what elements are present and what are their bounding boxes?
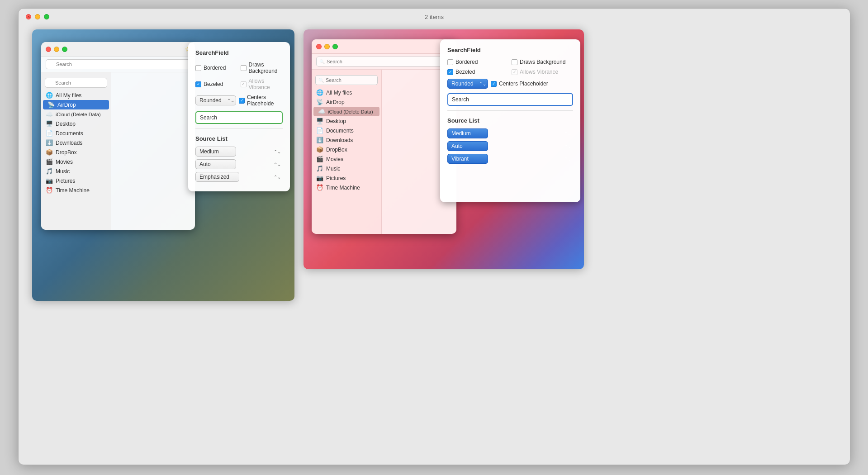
right-centers-label: Centers Placeholder <box>499 81 548 87</box>
sidebar-label-desktop: Desktop <box>56 121 76 127</box>
sidebar-item-all-files[interactable]: 🌐 All My files <box>41 90 111 100</box>
right-allows-vib-checkbox[interactable]: ✓ <box>512 69 517 75</box>
right-auto-dropdown[interactable]: Auto <box>447 141 488 151</box>
left-medium-dropdown[interactable]: Medium <box>195 147 236 157</box>
sidebar-item-icloud[interactable]: ☁️ iCloud (Delete Data) <box>41 109 111 119</box>
right-movies-icon: 🎬 <box>316 156 323 162</box>
right-sidebar-label-dropbox: DropBox <box>326 147 347 153</box>
close-button[interactable]: ✕ <box>26 14 31 19</box>
right-sidebar-item-dropbox[interactable]: 📦 DropBox <box>312 145 381 154</box>
right-desktop-icon: 🖥️ <box>316 118 323 124</box>
right-bezeled-checkbox[interactable]: ✓ <box>447 69 453 75</box>
top-search-input[interactable] <box>46 59 190 69</box>
right-sidebar-label-movies: Movies <box>326 156 343 162</box>
left-emphasized-dropdown[interactable]: Emphasized <box>195 172 239 182</box>
maximize-button[interactable] <box>44 14 49 19</box>
left-medium-arrow: ⌃⌄ <box>274 149 281 154</box>
sidebar-item-time-machine[interactable]: ⏰ Time Machine <box>41 185 111 195</box>
right-source-list-title: Source List <box>447 117 573 124</box>
right-min[interactable] <box>324 44 330 49</box>
right-sidebar-label-music: Music <box>326 166 340 172</box>
right-centers-item: ✓ Centers Placeholder <box>491 81 548 87</box>
left-panel: ☆ 🔍 🔍 <box>32 29 294 301</box>
left-rounded-dropdown[interactable]: Rounded <box>195 95 236 105</box>
right-draws-bg-item: Draws Background <box>512 59 573 65</box>
dropbox-icon: 📦 <box>46 149 53 156</box>
right-cb-row2: ✓ Bezeled ✓ Allows Vibrance <box>447 69 573 75</box>
sidebar-item-downloads[interactable]: ⬇️ Downloads <box>41 138 111 147</box>
all-files-icon: 🌐 <box>46 92 53 99</box>
sidebar-label-icloud: iCloud (Delete Data) <box>56 112 101 117</box>
right-documents-icon: 📄 <box>316 127 323 134</box>
left-bezeled-checkbox[interactable]: ✓ <box>195 81 201 87</box>
left-bordered-checkbox[interactable] <box>195 65 201 71</box>
sidebar-label-movies: Movies <box>56 159 73 165</box>
left-draws-bg-item: Draws Background <box>241 62 283 74</box>
right-sidebar-label-airdrop: AirDrop <box>326 99 345 105</box>
left-finder-window: ☆ 🔍 🔍 <box>41 42 195 230</box>
right-sidebar-item-downloads[interactable]: ⬇️ Downloads <box>312 135 381 145</box>
left-centers-checkbox[interactable]: ✓ <box>239 98 245 104</box>
right-draws-bg-checkbox[interactable] <box>512 59 517 65</box>
right-pictures-icon: 📷 <box>316 175 323 181</box>
left-emphasized-dropdown-container: Emphasized ⌃⌄ <box>195 172 283 182</box>
right-close[interactable] <box>316 44 322 49</box>
music-icon: 🎵 <box>46 168 53 175</box>
right-music-icon: 🎵 <box>316 165 323 172</box>
sidebar-item-pictures[interactable]: 📷 Pictures <box>41 176 111 185</box>
right-vibrant-dropdown[interactable]: Vibrant <box>447 154 488 164</box>
left-draws-bg-checkbox[interactable] <box>241 65 247 71</box>
right-sidebar-item-icloud[interactable]: ☁️ iCloud (Delete Data) <box>313 107 379 116</box>
left-min[interactable] <box>54 47 59 52</box>
right-sidebar-item-pictures[interactable]: 📷 Pictures <box>312 173 381 183</box>
sidebar-item-music[interactable]: 🎵 Music <box>41 166 111 176</box>
left-auto-dropdown[interactable]: Auto <box>195 159 236 169</box>
right-bordered-label: Bordered <box>455 59 478 65</box>
right-rounded-dropdown[interactable]: Rounded <box>447 79 488 89</box>
right-downloads-icon: ⬇️ <box>316 137 323 143</box>
right-bordered-checkbox[interactable] <box>447 59 453 65</box>
left-sidebar: 🔍 🌐 All My files 📡 AirDrop <box>41 72 111 230</box>
right-sidebar-item-movies[interactable]: 🎬 Movies <box>312 154 381 164</box>
left-cb-row2: ✓ Bezeled ✓ Allows Vibrance <box>195 78 283 90</box>
right-sidebar-item-airdrop[interactable]: 📡 AirDrop <box>312 97 381 107</box>
right-finder-titlebar: ☆ <box>312 39 456 54</box>
sidebar-item-airdrop[interactable]: 📡 AirDrop <box>43 100 109 109</box>
right-sidebar-label-downloads: Downloads <box>326 137 353 143</box>
right-top-search-input[interactable] <box>316 57 452 66</box>
window-title: 2 items <box>425 14 444 20</box>
right-auto-arrow: ⌃⌄ <box>564 144 571 149</box>
sidebar-item-documents[interactable]: 📄 Documents <box>41 128 111 138</box>
left-allows-vib-checkbox[interactable]: ✓ <box>241 81 247 87</box>
right-inspector-title: SearchField <box>447 47 573 53</box>
sidebar-search-input[interactable] <box>45 78 107 88</box>
left-source-list-dropdowns: Medium ⌃⌄ Auto ⌃⌄ Emphasized <box>195 147 283 182</box>
right-max[interactable] <box>332 44 338 49</box>
right-sidebar-item-music[interactable]: 🎵 Music <box>312 164 381 173</box>
movies-icon: 🎬 <box>46 158 53 165</box>
left-finder-titlebar: ☆ <box>41 42 195 57</box>
left-inspector: SearchField Bordered Draws Background <box>188 42 290 191</box>
right-centers-checkbox[interactable]: ✓ <box>491 81 497 87</box>
right-inspector: SearchField Bordered Draws Background <box>440 39 580 202</box>
right-sidebar-label-icloud: iCloud (Delete Data) <box>328 109 373 114</box>
right-medium-arrow: ⌃⌄ <box>564 131 571 136</box>
right-top-search-wrapper: 🔍 <box>316 57 452 66</box>
right-sidebar-item-documents[interactable]: 📄 Documents <box>312 126 381 135</box>
right-sidebar-label-pictures: Pictures <box>326 175 346 181</box>
sidebar-item-dropbox[interactable]: 📦 DropBox <box>41 147 111 157</box>
right-vibrant-dropdown-container: Vibrant ⌃⌄ <box>447 154 573 164</box>
left-close[interactable] <box>46 47 51 52</box>
right-sidebar-item-time-machine[interactable]: ⏰ Time Machine <box>312 183 381 192</box>
left-max[interactable] <box>62 47 67 52</box>
right-medium-dropdown[interactable]: Medium <box>447 128 488 138</box>
right-sidebar-item-desktop[interactable]: 🖥️ Desktop <box>312 116 381 126</box>
sidebar-item-desktop[interactable]: 🖥️ Desktop <box>41 119 111 128</box>
left-bezeled-label: Bezeled <box>204 81 223 87</box>
right-sidebar-search-input[interactable] <box>315 75 378 85</box>
sidebar-item-movies[interactable]: 🎬 Movies <box>41 157 111 166</box>
minimize-button[interactable] <box>35 14 40 19</box>
documents-icon: 📄 <box>46 130 53 137</box>
left-sep <box>195 128 283 129</box>
right-sidebar-item-all-files[interactable]: 🌐 All My files <box>312 88 381 97</box>
